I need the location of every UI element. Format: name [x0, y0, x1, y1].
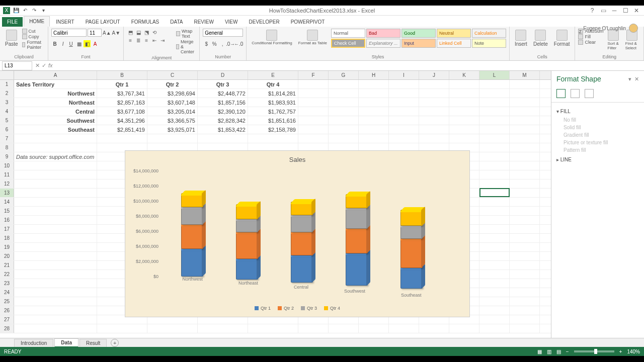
zoom-out-icon[interactable]: − [566, 349, 569, 354]
cell-M6[interactable] [510, 125, 540, 134]
cell-G7[interactable] [329, 134, 359, 143]
cell-A10[interactable] [14, 161, 97, 170]
col-header-K[interactable]: K [449, 71, 479, 79]
align-middle-icon[interactable]: ⬓ [135, 29, 142, 36]
row-header-26[interactable]: 26 [0, 306, 14, 315]
cell-M7[interactable] [510, 134, 540, 143]
col-header-I[interactable]: I [389, 71, 419, 79]
cell-L12[interactable] [479, 179, 510, 188]
cell-F1[interactable] [298, 80, 329, 88]
cell-L4[interactable] [479, 107, 510, 116]
view-page-layout-icon[interactable]: ▥ [547, 349, 551, 354]
cell-A7[interactable] [14, 134, 97, 143]
increase-font-icon[interactable]: A▲ [103, 30, 111, 36]
fill-color-button[interactable]: ◧ [84, 40, 91, 47]
cell-E4[interactable]: $1,762,757 [248, 107, 298, 116]
cell-C3[interactable]: $3,607,148 [147, 98, 198, 107]
cell-J2[interactable] [419, 89, 449, 98]
row-header-21[interactable]: 21 [0, 261, 14, 269]
style-linked[interactable]: Linked Cell [437, 39, 471, 48]
cell-M20[interactable] [510, 252, 540, 260]
cell-K4[interactable] [449, 107, 479, 116]
save-icon[interactable]: 💾 [13, 8, 19, 14]
conditional-formatting-button[interactable]: Conditional Formatting [250, 29, 294, 46]
cell-I7[interactable] [389, 134, 419, 143]
cell-J6[interactable] [419, 125, 449, 134]
zoom-slider[interactable] [574, 350, 614, 352]
row-header-20[interactable]: 20 [0, 252, 14, 260]
row-header-10[interactable]: 10 [0, 161, 14, 170]
cell-C5[interactable]: $3,366,575 [147, 116, 198, 125]
tab-page-layout[interactable]: PAGE LAYOUT [80, 17, 125, 27]
cell-A28[interactable] [14, 324, 97, 333]
cell-L16[interactable] [479, 216, 510, 224]
cancel-formula-icon[interactable]: ✕ [35, 62, 40, 69]
decrease-font-icon[interactable]: A▼ [112, 30, 121, 36]
cell-H5[interactable] [359, 116, 389, 125]
cell-E6[interactable]: $2,158,789 [248, 125, 298, 134]
chart-bar-northwest[interactable] [181, 194, 203, 277]
cell-M24[interactable] [510, 288, 540, 297]
close-icon[interactable]: ✕ [633, 7, 640, 14]
cell-M10[interactable] [510, 161, 540, 170]
row-header-2[interactable]: 2 [0, 89, 14, 98]
row-header-1[interactable]: 1 [0, 80, 14, 88]
row-header-7[interactable]: 7 [0, 134, 14, 143]
row-header-22[interactable]: 22 [0, 270, 14, 279]
cell-L22[interactable] [479, 270, 510, 279]
fill-section[interactable]: FILL [556, 109, 639, 114]
row-header-6[interactable]: 6 [0, 125, 14, 134]
cell-A26[interactable] [14, 306, 97, 315]
cell-M25[interactable] [510, 297, 540, 306]
sheet-tab-data[interactable]: Data [54, 338, 78, 347]
fill-line-tab-icon[interactable] [556, 89, 566, 98]
cell-L2[interactable] [479, 89, 510, 98]
col-header-G[interactable]: G [329, 71, 359, 79]
cell-J4[interactable] [419, 107, 449, 116]
cell-D6[interactable]: $1,853,422 [198, 125, 248, 134]
cell-E3[interactable]: $1,983,931 [248, 98, 298, 107]
cell-K28[interactable] [449, 324, 479, 333]
underline-button[interactable]: U [67, 40, 74, 47]
user-account[interactable]: Eugene O'Loughlin [583, 24, 638, 33]
cell-B5[interactable]: $4,351,296 [97, 116, 147, 125]
cell-A13[interactable] [14, 189, 97, 197]
view-normal-icon[interactable]: ▦ [537, 349, 542, 354]
indent-dec-icon[interactable]: ⇤ [151, 37, 158, 44]
cell-F28[interactable] [298, 324, 329, 333]
row-header-4[interactable]: 4 [0, 107, 14, 116]
cell-A14[interactable] [14, 198, 97, 206]
indent-inc-icon[interactable]: ⇥ [159, 37, 166, 44]
cell-M23[interactable] [510, 279, 540, 288]
cell-G28[interactable] [329, 324, 359, 333]
cell-E7[interactable] [248, 134, 298, 143]
cell-I6[interactable] [389, 125, 419, 134]
cell-L5[interactable] [479, 116, 510, 125]
clear-button[interactable]: Clear [578, 40, 603, 45]
cell-K1[interactable] [449, 80, 479, 88]
col-header-E[interactable]: E [248, 71, 298, 79]
row-header-13[interactable]: 13 [0, 189, 14, 197]
col-header-D[interactable]: D [198, 71, 248, 79]
font-size-input[interactable] [88, 29, 102, 37]
cell-L23[interactable] [479, 279, 510, 288]
cell-A6[interactable]: Southeast [14, 125, 97, 134]
cell-I4[interactable] [389, 107, 419, 116]
copy-button[interactable]: Copy [22, 34, 45, 39]
cell-I1[interactable] [389, 80, 419, 88]
zoom-level[interactable]: 140% [627, 349, 640, 354]
tab-data[interactable]: DATA [165, 17, 188, 27]
tab-review[interactable]: REVIEW [189, 17, 218, 27]
style-note[interactable]: Note [472, 39, 506, 48]
view-page-break-icon[interactable]: ▤ [556, 349, 561, 354]
cell-C7[interactable] [147, 134, 198, 143]
align-top-icon[interactable]: ⬒ [127, 29, 134, 36]
cell-K2[interactable] [449, 89, 479, 98]
cell-M27[interactable] [510, 315, 540, 324]
insert-cells-button[interactable]: Insert [513, 29, 529, 48]
cell-B28[interactable] [97, 324, 147, 333]
cell-B6[interactable]: $2,851,419 [97, 125, 147, 134]
cell-D7[interactable] [198, 134, 248, 143]
cell-A16[interactable] [14, 216, 97, 224]
format-painter-button[interactable]: Format Painter [22, 40, 45, 50]
